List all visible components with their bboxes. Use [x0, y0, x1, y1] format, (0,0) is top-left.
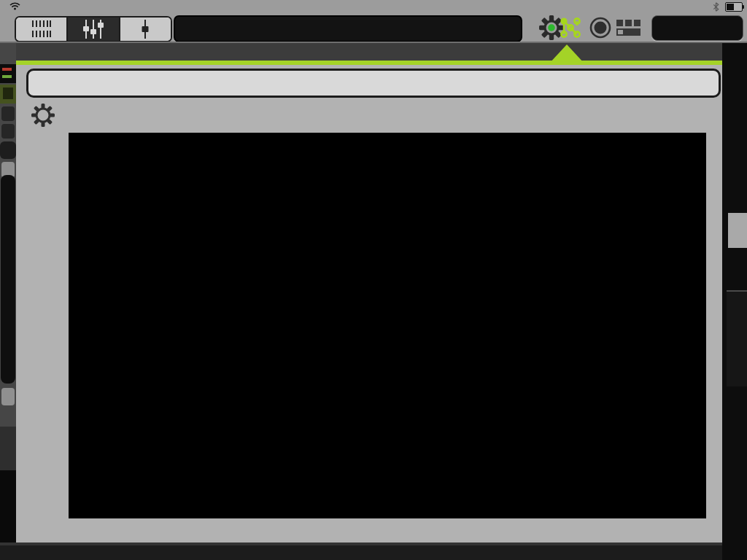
routing-tab-bar [26, 69, 721, 98]
status-left [6, 2, 20, 10]
background-bottom-strip [0, 542, 722, 560]
meter-bridge-icon [616, 20, 643, 36]
routing-matrix-icon [558, 15, 583, 40]
top-toolbar [0, 0, 747, 42]
toolbar-divider [0, 42, 747, 43]
app-screen [0, 0, 747, 560]
meter-bridge-button[interactable] [615, 19, 644, 36]
routing-button[interactable] [557, 14, 584, 42]
fader-well [1, 175, 15, 384]
channel-display[interactable] [174, 15, 522, 42]
left-black-block [0, 470, 16, 545]
background-left-strip [0, 43, 16, 545]
left-dark-block [0, 427, 16, 470]
popover-arrow [549, 44, 584, 63]
background-right-panel [727, 290, 747, 386]
left-led-panel [0, 64, 16, 83]
view-mode-segmented-control [15, 16, 172, 42]
left-button [0, 141, 16, 159]
status-right [713, 2, 743, 12]
wifi-icon [9, 2, 20, 10]
faders-icon [82, 19, 104, 39]
matrix-settings-gear-icon[interactable] [31, 103, 55, 128]
left-button [1, 124, 15, 139]
red-led [2, 68, 12, 71]
background-meter-patch [728, 213, 747, 248]
view-single-fader-button[interactable] [120, 18, 171, 41]
shows-button[interactable] [651, 15, 743, 41]
green-led [2, 75, 12, 78]
view-faders-button[interactable] [68, 18, 120, 41]
left-pan-block [0, 85, 16, 104]
channel-name-row [0, 545, 722, 560]
battery-icon [725, 2, 743, 12]
scene-button[interactable] [588, 15, 613, 40]
left-button [1, 106, 15, 121]
routing-matrix[interactable] [69, 133, 706, 518]
popover-accent-line [16, 61, 722, 65]
background-channel-strips [0, 43, 747, 61]
left-button [1, 388, 15, 405]
channel-overview-icon [30, 20, 53, 39]
pan-knob [3, 88, 13, 99]
view-overview-button[interactable] [16, 18, 68, 41]
bluetooth-icon [713, 2, 719, 12]
single-fader-icon [141, 19, 150, 39]
routing-popover [16, 61, 722, 542]
record-circle-icon [589, 16, 612, 39]
